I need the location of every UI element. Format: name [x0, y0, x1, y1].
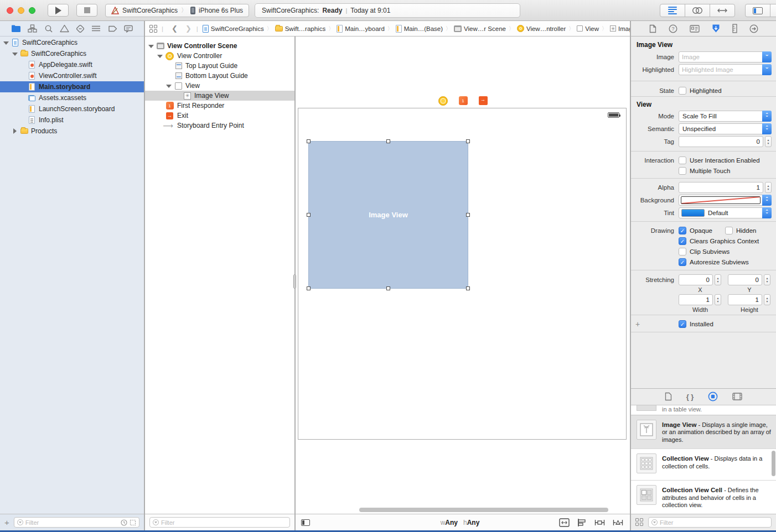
user-interaction-enabled-checkbox[interactable]	[679, 157, 686, 164]
tag-stepper[interactable]	[765, 136, 772, 147]
view-controller-icon[interactable]	[438, 96, 448, 106]
library-filter-input[interactable]	[660, 519, 768, 526]
outline-row-image-view[interactable]: ✳ Image View	[145, 91, 294, 101]
installed-checkbox[interactable]	[679, 320, 686, 328]
run-button[interactable]	[48, 4, 69, 17]
debug-area-toggle-button[interactable]	[770, 4, 776, 17]
connections-inspector-tab[interactable]	[749, 24, 758, 33]
clears-graphics-context-checkbox[interactable]	[679, 237, 686, 245]
stretching-height-input[interactable]	[728, 296, 762, 303]
tree-row-group[interactable]: SwiftCoreGraphics	[0, 48, 144, 59]
embed-in-stack-button[interactable]	[559, 518, 570, 527]
tree-row-file[interactable]: Assets.xcassets	[0, 92, 144, 103]
alpha-input[interactable]	[679, 184, 763, 191]
file-inspector-tab[interactable]	[649, 24, 656, 33]
image-field[interactable]	[679, 51, 772, 62]
resize-handle-right[interactable]	[466, 213, 470, 217]
stretching-width-input[interactable]	[679, 296, 712, 303]
resize-handle-left[interactable]	[307, 213, 311, 217]
opaque-checkbox[interactable]	[679, 227, 686, 234]
image-input[interactable]	[679, 54, 762, 60]
file-template-library-tab[interactable]	[665, 392, 672, 401]
stretching-x-field[interactable]	[679, 274, 713, 285]
library-scrollbar[interactable]	[772, 451, 775, 476]
stretching-x-stepper[interactable]	[715, 274, 721, 285]
attributes-inspector-tab[interactable]	[712, 24, 720, 33]
canvas-image-view[interactable]: Image View	[308, 141, 468, 289]
background-color-select[interactable]	[679, 195, 772, 206]
forward-button[interactable]: ❯	[185, 24, 192, 33]
outline-filter-input[interactable]	[161, 519, 287, 526]
resize-handle-top-left[interactable]	[307, 139, 311, 143]
assistant-editor-button[interactable]	[685, 4, 710, 17]
breadcrumb-view[interactable]: View	[577, 25, 599, 32]
dropdown-button[interactable]	[762, 51, 772, 62]
library-item-partial[interactable]: in a table view.	[631, 405, 776, 415]
alpha-stepper[interactable]	[765, 182, 772, 193]
stretching-x-input[interactable]	[679, 277, 712, 283]
tree-row-file[interactable]: ViewController.swift	[0, 70, 144, 81]
outline-row-entry-point[interactable]: ⟶ Storyboard Entry Point	[145, 121, 294, 131]
close-window-button[interactable]	[7, 7, 13, 14]
exit-icon[interactable]	[479, 96, 488, 105]
unsaved-files-icon[interactable]	[130, 519, 136, 526]
breakpoint-navigator-tab[interactable]	[108, 25, 117, 32]
find-navigator-tab[interactable]	[44, 24, 53, 33]
alpha-field[interactable]	[679, 182, 763, 193]
identity-inspector-tab[interactable]	[690, 25, 700, 33]
resize-handle-top-right[interactable]	[466, 139, 470, 143]
popup-button[interactable]	[762, 207, 772, 218]
disclosure-triangle[interactable]	[3, 41, 9, 45]
code-snippet-library-tab[interactable]: { }	[686, 393, 694, 401]
popup-button[interactable]	[762, 111, 772, 122]
outline-row-first-responder[interactable]: First Responder	[145, 101, 294, 111]
multiple-touch-checkbox[interactable]	[679, 167, 686, 175]
resize-handle-bottom[interactable]	[386, 286, 390, 290]
tree-row-file[interactable]: Info.plist	[0, 114, 144, 126]
tint-color-well[interactable]	[681, 209, 705, 217]
disclosure-triangle[interactable]	[166, 85, 172, 88]
resolve-auto-layout-button[interactable]	[613, 518, 623, 527]
issue-navigator-tab[interactable]	[60, 24, 69, 33]
outline-filter-field[interactable]	[149, 517, 290, 528]
library-item-image-view[interactable]: Image View - Displays a single image, or…	[631, 415, 776, 449]
standard-editor-button[interactable]	[660, 4, 685, 17]
horizontal-scrollbar[interactable]	[359, 508, 608, 512]
stretching-y-input[interactable]	[728, 277, 762, 283]
disclosure-triangle[interactable]	[13, 128, 17, 134]
stop-button[interactable]	[76, 4, 97, 17]
tree-row-file-selected[interactable]: Main.storyboard	[0, 81, 144, 92]
tint-select[interactable]: Default	[679, 207, 772, 218]
view-controller-view[interactable]: Image View	[298, 108, 627, 440]
state-highlighted-checkbox[interactable]	[679, 87, 686, 95]
related-items-button[interactable]	[149, 25, 157, 33]
object-library-tab[interactable]	[708, 392, 718, 401]
resize-handle-top[interactable]	[386, 139, 390, 143]
library-item-collection-view-cell[interactable]: Collection View Cell - Defines the attri…	[631, 481, 776, 514]
breadcrumb-view-controller[interactable]: View…ntroller	[517, 25, 566, 32]
outline-row-view-controller[interactable]: View Controller	[145, 51, 294, 61]
size-inspector-tab[interactable]	[732, 24, 737, 33]
storyboard-canvas[interactable]: Image View	[296, 36, 630, 514]
stretching-y-field[interactable]	[728, 274, 762, 285]
popup-button[interactable]	[762, 123, 772, 134]
pin-button[interactable]	[594, 518, 605, 527]
tag-input[interactable]	[679, 138, 763, 145]
tree-row-project[interactable]: SwiftCoreGraphics	[0, 37, 144, 48]
breadcrumb-image-view[interactable]: ✳Image View	[610, 25, 630, 32]
autoresize-subviews-checkbox[interactable]	[679, 258, 686, 266]
semantic-select[interactable]: Unspecified	[679, 123, 772, 134]
popup-button[interactable]	[762, 195, 772, 206]
stretching-width-stepper[interactable]	[715, 294, 721, 305]
highlighted-field[interactable]	[679, 64, 772, 75]
disclosure-triangle[interactable]	[157, 55, 163, 58]
resize-handle-bottom-right[interactable]	[466, 286, 470, 290]
breadcrumb-project[interactable]: SwiftCoreGraphics	[203, 25, 264, 33]
tree-row-file[interactable]: AppDelegate.swift	[0, 59, 144, 70]
quick-help-inspector-tab[interactable]: ?	[669, 24, 677, 33]
tree-row-group[interactable]: Products	[0, 126, 144, 137]
media-library-tab[interactable]	[732, 393, 742, 400]
add-button[interactable]: +	[4, 518, 9, 527]
navigator-toggle-button[interactable]	[745, 4, 770, 17]
mode-select[interactable]: Scale To Fill	[679, 111, 772, 122]
